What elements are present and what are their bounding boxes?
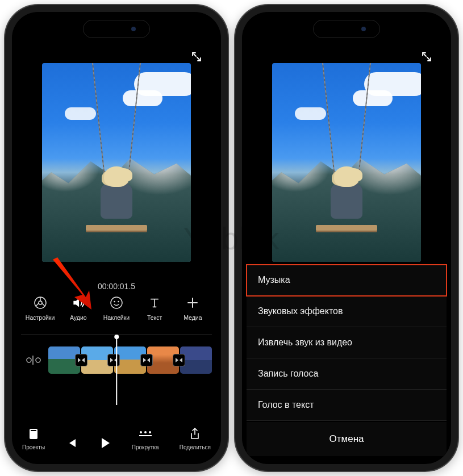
transition-2[interactable] — [107, 354, 120, 366]
split-clip-button[interactable] — [21, 354, 46, 366]
speaker-icon — [71, 295, 86, 311]
menu-extract-audio[interactable]: Извлечь звук из видео — [247, 327, 447, 358]
transition-4[interactable] — [173, 354, 185, 366]
svg-point-1 — [39, 301, 42, 304]
smiley-icon — [110, 295, 123, 311]
projects-label: Проекты — [22, 444, 45, 450]
text-tool[interactable]: Текст — [136, 295, 173, 321]
video-preview[interactable] — [42, 63, 191, 262]
media-label: Медиа — [183, 314, 202, 321]
projects-icon — [28, 427, 39, 441]
phone-frame-left: 00:00:01.5 Настройки Аудио Наклейки — [5, 5, 228, 471]
skip-back-icon — [65, 436, 78, 450]
svg-point-10 — [144, 431, 147, 433]
menu-sound-effects[interactable]: Звуковых эффектов — [247, 296, 447, 327]
bottom-bar: Проекты Прокрутка — [22, 427, 211, 450]
dynamic-island — [83, 20, 150, 38]
screen-left: 00:00:01.5 Настройки Аудио Наклейки — [12, 12, 221, 464]
playhead[interactable] — [116, 337, 117, 405]
editor-toolbar: Настройки Аудио Наклейки Текст — [21, 295, 212, 321]
phone-frame-right: Музыка Звуковых эффектов Извлечь звук из… — [235, 5, 458, 471]
menu-music[interactable]: Музыка — [247, 265, 447, 296]
transition-1[interactable] — [75, 354, 87, 366]
timeline-timestamp: 00:00:01.5 — [12, 282, 221, 291]
svg-rect-12 — [139, 435, 152, 436]
svg-point-2 — [111, 297, 122, 308]
scroll-icon — [138, 427, 153, 441]
screen-right: Музыка Звуковых эффектов Извлечь звук из… — [242, 12, 451, 464]
expand-icon — [191, 51, 202, 62]
plus-icon — [186, 295, 199, 311]
clips-strip[interactable] — [48, 346, 212, 374]
media-tool[interactable]: Медиа — [174, 295, 211, 321]
cancel-button[interactable]: Отмена — [247, 422, 447, 456]
fullscreen-button[interactable] — [189, 49, 204, 64]
expand-icon — [421, 51, 432, 62]
prev-button[interactable] — [65, 436, 78, 450]
svg-point-3 — [114, 301, 115, 303]
audio-menu-sheet: Музыка Звуковых эффектов Извлечь звук из… — [247, 265, 447, 456]
menu-voice-record[interactable]: Запись голоса — [247, 358, 447, 390]
transition-3[interactable] — [140, 354, 153, 366]
share-label: Поделиться — [180, 444, 211, 450]
audio-tool[interactable]: Аудио — [60, 295, 97, 321]
stickers-tool[interactable]: Наклейки — [98, 295, 135, 321]
menu-voice-to-text[interactable]: Голос в текст — [247, 390, 447, 421]
play-button[interactable] — [99, 436, 111, 450]
fullscreen-button[interactable] — [419, 49, 434, 64]
svg-point-11 — [149, 431, 151, 433]
video-preview[interactable] — [272, 63, 421, 262]
play-icon — [99, 436, 111, 450]
audio-label: Аудио — [70, 314, 87, 321]
scroll-label: Прокрутка — [132, 444, 159, 450]
svg-point-9 — [140, 431, 142, 433]
svg-point-4 — [118, 301, 119, 303]
svg-point-5 — [27, 358, 31, 362]
stickers-label: Наклейки — [103, 314, 130, 321]
scroll-button[interactable]: Прокрутка — [132, 427, 159, 450]
text-label: Текст — [147, 314, 162, 321]
dynamic-island — [313, 20, 380, 38]
text-icon — [148, 295, 161, 311]
projects-button[interactable]: Проекты — [22, 427, 45, 450]
settings-label: Настройки — [26, 314, 55, 321]
settings-tool[interactable]: Настройки — [22, 295, 59, 321]
svg-rect-8 — [31, 430, 36, 431]
share-button[interactable]: Поделиться — [180, 427, 211, 450]
steering-icon — [34, 295, 47, 311]
share-icon — [189, 427, 201, 441]
svg-point-6 — [36, 358, 40, 362]
